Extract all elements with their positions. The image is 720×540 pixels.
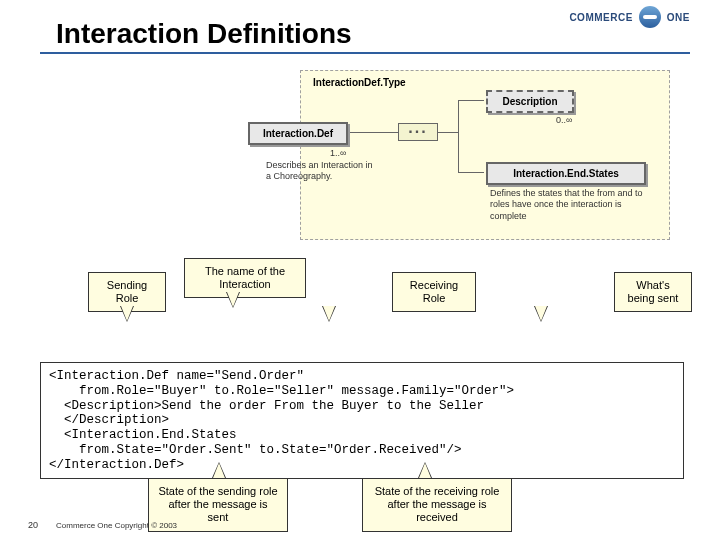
pointer-sending-role-icon — [120, 306, 134, 322]
branch-vline — [458, 100, 459, 172]
callout-whats-sent: What's being sent — [614, 272, 692, 312]
callout-interaction-name: The name of the Interaction — [184, 258, 306, 298]
connector-root-seq — [350, 132, 398, 133]
caption-root: Describes an Interaction in a Choreograp… — [266, 160, 376, 183]
pointer-whats-sent-icon — [534, 306, 548, 322]
schema-type-label: InteractionDef.Type — [313, 77, 406, 88]
brand-name: COMMERCE — [569, 12, 632, 23]
pointer-state-send-icon — [212, 462, 226, 478]
connector-seq-branch — [438, 132, 458, 133]
mult-root: 1..∞ — [330, 148, 346, 158]
pointer-state-recv-icon — [418, 462, 432, 478]
brand-one: ONE — [667, 12, 690, 23]
mult-desc: 0..∞ — [556, 115, 572, 125]
branch-to-endstates — [458, 172, 484, 173]
page-title: Interaction Definitions — [56, 18, 352, 50]
box-end-states: Interaction.End.States — [486, 162, 646, 185]
xml-code: <Interaction.Def name="Send.Order" from.… — [40, 362, 684, 479]
sequence-icon — [398, 123, 438, 141]
branch-to-desc — [458, 100, 484, 101]
caption-end-states: Defines the states that the from and to … — [490, 188, 650, 222]
brand-logo-icon — [639, 6, 661, 28]
pointer-interaction-name-icon — [226, 292, 240, 308]
callout-state-recv: State of the receiving role after the me… — [362, 478, 512, 532]
brand: COMMERCE ONE — [569, 6, 690, 28]
box-description: Description — [486, 90, 574, 113]
pointer-receiving-role-icon — [322, 306, 336, 322]
page-number: 20 — [28, 520, 38, 530]
callout-receiving-role: Receiving Role — [392, 272, 476, 312]
box-interaction-def: Interaction.Def — [248, 122, 348, 145]
header-divider — [40, 52, 690, 54]
copyright: Commerce One Copyright © 2003 — [56, 521, 177, 530]
